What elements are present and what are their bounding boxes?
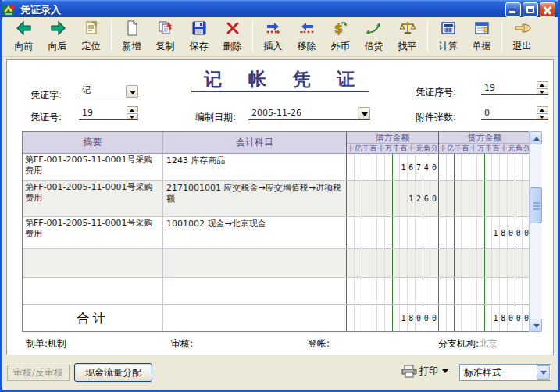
toolbar-button-debit-credit[interactable]: 借贷 — [357, 20, 391, 55]
toolbar-button-locate[interactable]: 定位 — [74, 20, 108, 55]
cashflow-allocation-button[interactable]: 现金流量分配 — [74, 363, 152, 382]
toolbar-button-remove[interactable]: 移除 — [290, 20, 323, 55]
minimize-button[interactable] — [505, 2, 521, 17]
close-button[interactable] — [540, 2, 555, 17]
digit-cell: 2 — [416, 181, 423, 216]
credit-amount-cell[interactable] — [439, 154, 530, 180]
credit-amount-cell[interactable] — [439, 181, 530, 216]
digit-cell — [362, 181, 370, 216]
toolbar-button-new[interactable]: 新增 — [115, 20, 148, 55]
digit-cell — [485, 278, 493, 304]
toolbar-button-delete[interactable]: 删除 — [216, 20, 249, 55]
audit-unaudit-button[interactable]: 审核/反审核 — [7, 365, 70, 381]
digit-cell: 0 — [515, 305, 523, 331]
toolbar-button-exit[interactable]: 退出 — [505, 20, 539, 55]
summary-cell[interactable]: 第FF-001-2005-11-0001号采购费用 — [23, 217, 163, 248]
scrollbar-thumb[interactable] — [530, 187, 542, 223]
digit-cell — [355, 305, 362, 331]
account-cell[interactable]: 1243 库存商品 — [163, 154, 347, 180]
balance-icon — [399, 20, 416, 39]
credit-amount-cell[interactable] — [439, 278, 530, 304]
debit-amount-cell[interactable] — [347, 278, 439, 304]
print-button[interactable]: 打印 — [401, 365, 448, 378]
digit-cell — [508, 154, 515, 180]
digit-cell — [469, 278, 477, 304]
debit-amount-cell[interactable] — [347, 249, 439, 277]
toolbar-button-label: 移除 — [298, 40, 316, 53]
digit-cell — [377, 154, 385, 180]
debit-amount-cell[interactable]: 1260 — [347, 181, 439, 216]
digit-cell — [362, 154, 370, 180]
toolbar-button-label: 新增 — [123, 40, 141, 53]
vertical-scrollbar[interactable] — [529, 131, 542, 332]
locate-icon — [84, 20, 99, 39]
digit-cell — [369, 305, 377, 331]
digit-cell — [393, 249, 401, 277]
account-cell[interactable] — [163, 249, 347, 277]
account-cell[interactable]: 1001002 现金→北京现金 — [163, 217, 347, 248]
summary-cell[interactable] — [23, 249, 163, 277]
digit-cell — [439, 305, 447, 331]
bottom-bar: 审核/反审核 现金流量分配 打印 标准样式 — [2, 356, 558, 390]
digit-cell — [492, 181, 500, 216]
table-row: 第FF-001-2005-11-0001号采购费用2171001001 应交税金… — [23, 181, 541, 217]
spinner-icon[interactable] — [537, 106, 548, 119]
scroll-up-icon[interactable] — [530, 131, 542, 144]
spinner-icon[interactable] — [127, 106, 138, 119]
print-style-select[interactable]: 标准样式 — [459, 364, 551, 381]
table-row: 第FF-001-2005-11-0001号采购费用1243 库存商品16740 — [23, 154, 541, 181]
toolbar-button-balance[interactable]: 找平 — [391, 20, 424, 55]
digit-cell: 4 — [423, 154, 431, 180]
chevron-down-icon[interactable] — [126, 85, 138, 98]
remove-row-icon — [298, 20, 316, 39]
chevron-down-icon[interactable] — [358, 107, 370, 119]
digit-cell — [416, 278, 423, 304]
toolbar-button-copy[interactable]: 复制 — [148, 20, 182, 55]
sequence-label: 凭证序号: — [416, 86, 456, 99]
digit-cell — [362, 217, 370, 248]
digit-cell — [369, 154, 377, 180]
digit-column-label: 千 — [362, 144, 370, 154]
toolbar-button-document[interactable]: 单据 — [465, 20, 498, 55]
chevron-down-icon[interactable] — [537, 365, 550, 380]
maximize-icon — [526, 6, 534, 13]
toolbar-button-insert[interactable]: 插入 — [256, 20, 290, 55]
digit-cell — [400, 249, 408, 277]
debit-amount-cell[interactable]: 16740 — [347, 154, 439, 180]
scroll-down-icon[interactable] — [530, 319, 542, 332]
voucher-word-select[interactable]: 记 — [79, 84, 138, 98]
voucher-no-stepper[interactable]: 19 — [79, 106, 138, 120]
digit-cell — [377, 249, 385, 277]
digit-cell: 1 — [408, 181, 416, 216]
toolbar-button-label: 单据 — [473, 40, 491, 53]
debit-amount-cell[interactable] — [347, 217, 439, 248]
digit-cell: 1 — [492, 217, 500, 248]
digit-cell — [500, 154, 508, 180]
toolbar-button-label: 退出 — [513, 40, 532, 53]
toolbar-button-next[interactable]: 向后 — [41, 20, 74, 55]
attachments-stepper[interactable]: 0 — [481, 106, 548, 120]
toolbar-button-save[interactable]: 保存 — [182, 20, 216, 55]
toolbar-button-calculate[interactable]: 计算 — [431, 20, 465, 55]
summary-cell[interactable]: 第FF-001-2005-11-0001号采购费用 — [23, 181, 163, 216]
sequence-stepper[interactable]: 19 — [481, 81, 548, 95]
digit-cell — [347, 305, 355, 331]
digit-column-label: 角 — [423, 144, 431, 154]
digit-cell — [385, 181, 393, 216]
spinner-icon[interactable] — [537, 81, 548, 94]
credit-amount-cell[interactable] — [439, 249, 530, 277]
toolbar-button-foreign-currency[interactable]: $外币 — [323, 20, 357, 55]
toolbar-separator — [252, 20, 253, 53]
account-cell[interactable] — [163, 278, 347, 304]
summary-cell[interactable]: 第FF-001-2005-11-0001号采购费用 — [23, 154, 163, 180]
digit-cell — [469, 249, 477, 277]
credit-amount-cell[interactable]: 18000 — [439, 217, 530, 248]
account-cell[interactable]: 2171001001 应交税金→应交增值税→进项税额 — [163, 181, 347, 216]
digit-cell — [492, 249, 500, 277]
summary-cell[interactable] — [23, 278, 163, 304]
toolbar-button-prev[interactable]: 向前 — [7, 20, 41, 55]
digit-column-label: 百 — [369, 144, 377, 154]
maximize-button[interactable] — [523, 2, 538, 17]
digit-column-label: 十 — [439, 144, 447, 154]
date-select[interactable]: 2005-11-26 — [248, 106, 370, 120]
